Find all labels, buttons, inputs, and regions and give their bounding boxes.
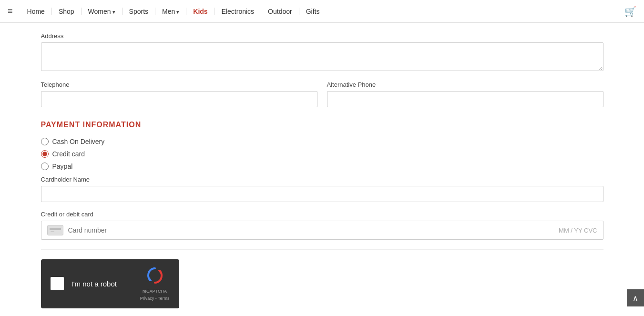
telephone-group: Telephone bbox=[41, 81, 317, 107]
payment-option-cash[interactable]: Cash On Delivery bbox=[41, 138, 603, 145]
phone-row: Telephone Alternative Phone bbox=[41, 81, 603, 116]
radio-credit[interactable] bbox=[41, 150, 49, 158]
navigation: ≡ Home Shop Women▾ Sports Men▾ Kids Elec… bbox=[0, 0, 644, 23]
divider bbox=[41, 249, 603, 250]
card-label: Credit or debit card bbox=[41, 211, 603, 218]
card-group: Credit or debit card MM / YY CVC bbox=[41, 211, 603, 240]
recaptcha-checkbox[interactable] bbox=[51, 277, 64, 290]
cardholder-group: Cardholder Name bbox=[41, 176, 603, 202]
recaptcha-logo-icon bbox=[146, 267, 164, 287]
radio-cash-label: Cash On Delivery bbox=[52, 138, 105, 145]
alt-phone-label: Alternative Phone bbox=[327, 81, 603, 88]
nav-menu: Home Shop Women▾ Sports Men▾ Kids Electr… bbox=[20, 8, 624, 15]
card-number-input[interactable] bbox=[68, 226, 559, 234]
cart-icon[interactable]: 🛒 bbox=[624, 6, 636, 17]
radio-credit-label: Credit card bbox=[52, 150, 85, 158]
hamburger-icon[interactable]: ≡ bbox=[8, 6, 13, 16]
address-input[interactable] bbox=[41, 42, 603, 71]
payment-section-title: PAYMENT INFORMATION bbox=[41, 121, 603, 129]
radio-cash[interactable] bbox=[41, 138, 49, 145]
nav-item-electronics[interactable]: Electronics bbox=[215, 8, 261, 15]
radio-paypal[interactable] bbox=[41, 163, 49, 170]
nav-item-kids[interactable]: Kids bbox=[186, 8, 215, 15]
card-expiry-cvc: MM / YY CVC bbox=[559, 227, 597, 234]
payment-option-credit[interactable]: Credit card bbox=[41, 150, 603, 158]
radio-paypal-label: Paypal bbox=[52, 163, 73, 170]
nav-item-sports[interactable]: Sports bbox=[123, 8, 155, 15]
nav-item-women[interactable]: Women▾ bbox=[82, 8, 123, 15]
payment-section: PAYMENT INFORMATION Cash On Delivery Cre… bbox=[41, 121, 603, 240]
recaptcha-widget[interactable]: I'm not a robot reCAPTCHA Privacy - Term… bbox=[41, 259, 179, 308]
nav-item-outdoor[interactable]: Outdoor bbox=[261, 8, 299, 15]
cardholder-label: Cardholder Name bbox=[41, 176, 603, 183]
main-content: Address Telephone Alternative Phone PAYM… bbox=[22, 23, 623, 316]
svg-rect-1 bbox=[50, 228, 61, 230]
nav-item-gifts[interactable]: Gifts bbox=[299, 8, 327, 15]
payment-option-paypal[interactable]: Paypal bbox=[41, 163, 603, 170]
address-label: Address bbox=[41, 32, 603, 40]
card-input-wrapper: MM / YY CVC bbox=[41, 221, 603, 240]
card-icon bbox=[47, 225, 63, 235]
nav-item-shop[interactable]: Shop bbox=[52, 8, 82, 15]
address-group: Address bbox=[41, 32, 603, 72]
telephone-label: Telephone bbox=[41, 81, 317, 88]
recaptcha-logo: reCAPTCHA Privacy - Terms bbox=[140, 267, 170, 301]
svg-rect-2 bbox=[51, 231, 54, 232]
nav-item-home[interactable]: Home bbox=[20, 8, 52, 15]
telephone-input[interactable] bbox=[41, 91, 317, 107]
recaptcha-links[interactable]: Privacy - Terms bbox=[140, 296, 170, 301]
recaptcha-label: I'm not a robot bbox=[72, 280, 133, 288]
alt-phone-group: Alternative Phone bbox=[327, 81, 603, 107]
scroll-top-button[interactable]: ∧ bbox=[627, 289, 644, 306]
recaptcha-brand-label: reCAPTCHA bbox=[143, 289, 167, 295]
alt-phone-input[interactable] bbox=[327, 91, 603, 107]
payment-options: Cash On Delivery Credit card Paypal bbox=[41, 138, 603, 170]
nav-item-men[interactable]: Men▾ bbox=[155, 8, 186, 15]
cardholder-input[interactable] bbox=[41, 186, 603, 202]
